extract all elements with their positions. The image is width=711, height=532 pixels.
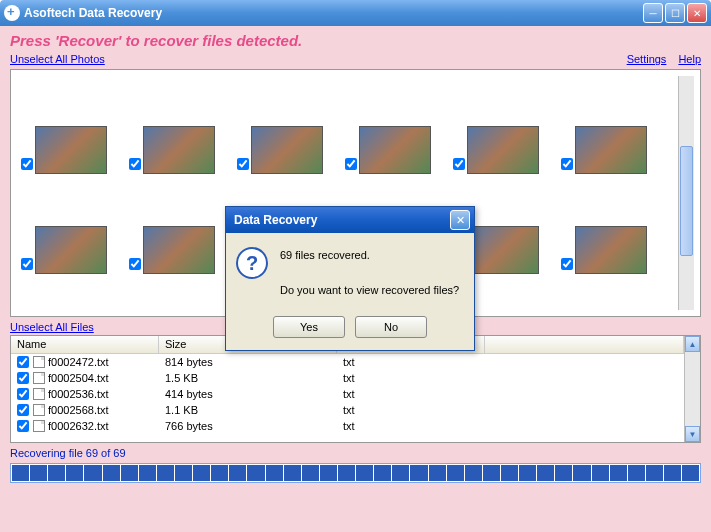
file-name: f0002536.txt	[48, 388, 109, 400]
progress-segment	[664, 465, 681, 481]
progress-segment	[320, 465, 337, 481]
photo-checkbox[interactable]	[129, 158, 141, 170]
progress-segment	[338, 465, 355, 481]
scrollbar-track[interactable]	[685, 352, 700, 426]
file-size: 1.5 KB	[159, 372, 337, 384]
main-panel: Press 'Recover' to recover files detecte…	[0, 26, 711, 532]
progress-segment	[519, 465, 536, 481]
photo-checkbox[interactable]	[561, 158, 573, 170]
progress-segment	[30, 465, 47, 481]
progress-segment	[103, 465, 120, 481]
progress-segment	[374, 465, 391, 481]
window-title: Asoftech Data Recovery	[24, 6, 643, 20]
col-header-name[interactable]: Name	[11, 336, 159, 353]
progress-segment	[139, 465, 156, 481]
photo-thumb[interactable]	[17, 276, 125, 310]
progress-segment	[84, 465, 101, 481]
question-icon: ?	[236, 247, 268, 279]
file-ext: txt	[337, 356, 485, 368]
yes-button[interactable]: Yes	[273, 316, 345, 338]
progress-segment	[66, 465, 83, 481]
titlebar: Asoftech Data Recovery ─ ☐ ✕	[0, 0, 711, 26]
photo-thumb[interactable]	[233, 76, 341, 176]
file-size: 1.1 KB	[159, 404, 337, 416]
photo-thumb[interactable]	[341, 76, 449, 176]
scroll-down-button[interactable]: ▼	[685, 426, 700, 442]
file-row[interactable]: f0002536.txt414 bytestxt	[11, 386, 684, 402]
progress-segment	[610, 465, 627, 481]
file-size: 414 bytes	[159, 388, 337, 400]
progress-segment	[266, 465, 283, 481]
file-icon	[33, 388, 45, 400]
photo-checkbox[interactable]	[345, 158, 357, 170]
file-row[interactable]: f0002472.txt814 bytestxt	[11, 354, 684, 370]
settings-link[interactable]: Settings	[627, 53, 667, 65]
maximize-button[interactable]: ☐	[665, 3, 685, 23]
unselect-all-files-link[interactable]: Unselect All Files	[10, 321, 94, 333]
progress-segment	[483, 465, 500, 481]
scroll-up-button[interactable]: ▲	[685, 336, 700, 352]
progress-label: Recovering file 69 of 69	[10, 447, 701, 459]
file-checkbox[interactable]	[17, 404, 29, 416]
file-checkbox[interactable]	[17, 356, 29, 368]
photo-thumb[interactable]	[17, 76, 125, 176]
file-checkbox[interactable]	[17, 388, 29, 400]
dialog-line2: Do you want to view recovered files?	[280, 282, 459, 300]
progress-segment	[193, 465, 210, 481]
progress-segment	[573, 465, 590, 481]
close-button[interactable]: ✕	[687, 3, 707, 23]
photo-checkbox[interactable]	[21, 158, 33, 170]
progress-bar	[10, 463, 701, 483]
file-row[interactable]: f0002504.txt1.5 KBtxt	[11, 370, 684, 386]
photo-thumb[interactable]	[557, 176, 665, 276]
progress-segment	[356, 465, 373, 481]
dialog-close-button[interactable]: ✕	[450, 210, 470, 230]
gallery-scrollbar[interactable]	[678, 76, 694, 310]
minimize-button[interactable]: ─	[643, 3, 663, 23]
file-row[interactable]: f0002568.txt1.1 KBtxt	[11, 402, 684, 418]
file-icon	[33, 420, 45, 432]
progress-segment	[392, 465, 409, 481]
progress-segment	[501, 465, 518, 481]
recovery-dialog: Data Recovery ✕ ? 69 files recovered. Do…	[225, 206, 475, 351]
help-link[interactable]: Help	[678, 53, 701, 65]
unselect-all-photos-link[interactable]: Unselect All Photos	[10, 53, 105, 65]
progress-segment	[175, 465, 192, 481]
photo-thumb[interactable]	[17, 176, 125, 276]
file-size: 814 bytes	[159, 356, 337, 368]
progress-segment	[429, 465, 446, 481]
progress-segment	[628, 465, 645, 481]
app-icon	[4, 5, 20, 21]
instruction-text: Press 'Recover' to recover files detecte…	[10, 32, 701, 49]
col-header-rest[interactable]	[485, 336, 684, 353]
file-checkbox[interactable]	[17, 372, 29, 384]
photo-thumb[interactable]	[449, 76, 557, 176]
dialog-line1: 69 files recovered.	[280, 247, 459, 265]
file-size: 766 bytes	[159, 420, 337, 432]
progress-segment	[682, 465, 699, 481]
progress-segment	[284, 465, 301, 481]
photo-checkbox[interactable]	[129, 258, 141, 270]
file-row[interactable]: f0002632.txt766 bytestxt	[11, 418, 684, 434]
photo-thumb[interactable]	[125, 76, 233, 176]
files-scrollbar[interactable]: ▲ ▼	[684, 336, 700, 442]
photo-checkbox[interactable]	[237, 158, 249, 170]
file-ext: txt	[337, 404, 485, 416]
file-ext: txt	[337, 372, 485, 384]
no-button[interactable]: No	[355, 316, 427, 338]
file-icon	[33, 404, 45, 416]
scrollbar-thumb[interactable]	[680, 146, 693, 256]
photo-checkbox[interactable]	[453, 158, 465, 170]
progress-segment	[157, 465, 174, 481]
progress-segment	[555, 465, 572, 481]
photo-thumb[interactable]	[125, 176, 233, 276]
photo-thumb[interactable]	[557, 76, 665, 176]
progress-segment	[247, 465, 264, 481]
file-checkbox[interactable]	[17, 420, 29, 432]
photo-checkbox[interactable]	[561, 258, 573, 270]
progress-segment	[121, 465, 138, 481]
dialog-title: Data Recovery	[230, 213, 450, 227]
file-ext: txt	[337, 388, 485, 400]
photo-checkbox[interactable]	[21, 258, 33, 270]
progress-segment	[592, 465, 609, 481]
